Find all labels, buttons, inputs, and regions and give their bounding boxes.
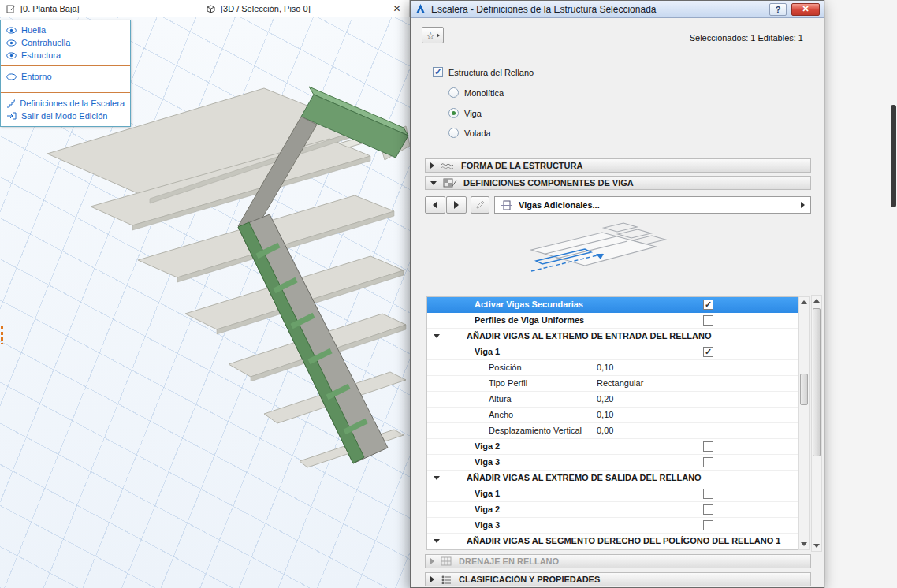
beam-table-row[interactable]: Desplazamiento Vertical0,00	[427, 423, 798, 439]
cube-icon	[206, 4, 216, 14]
collapsed-arrow-icon[interactable]	[430, 162, 434, 169]
group-label: AÑADIR VIGAS AL EXTREMO DE SALIDA DEL RE…	[467, 473, 702, 482]
floor-plan-icon	[6, 4, 16, 13]
edit-panel-item-huella[interactable]: Huella	[1, 24, 130, 36]
row-label: Viga 2	[475, 504, 500, 514]
collapsed-arrow-icon[interactable]	[430, 576, 434, 582]
beam-table-group-row[interactable]: AÑADIR VIGAS AL EXTREMO DE ENTRADA DEL R…	[427, 329, 798, 344]
radio-selected-icon[interactable]	[448, 108, 459, 118]
beam-table-row[interactable]: Viga 2	[427, 439, 798, 455]
beam-table-row[interactable]: Viga 3	[427, 455, 798, 471]
eye-icon[interactable]	[6, 52, 17, 59]
row-checkbox[interactable]	[703, 520, 713, 530]
radio-viga[interactable]: Viga	[448, 108, 482, 118]
beam-table-row[interactable]: Viga 2	[427, 502, 798, 518]
scroll-up-icon[interactable]	[813, 299, 820, 303]
beam-table-row[interactable]: Activar Vigas Secundarias✓	[427, 297, 798, 313]
collapsed-arrow-icon	[430, 558, 434, 564]
tab-close-icon[interactable]	[391, 3, 403, 15]
scrollbar-thumb[interactable]	[800, 374, 808, 405]
scroll-down-icon[interactable]	[813, 544, 820, 548]
edit-beam-button[interactable]	[471, 196, 489, 214]
radio-volada[interactable]: Volada	[448, 128, 491, 138]
tab-label: [3D / Selección, Piso 0]	[221, 4, 311, 13]
radio-monolitica[interactable]: Monolítica	[448, 87, 504, 98]
tab-label: [0. Planta Baja]	[20, 4, 80, 13]
eye-icon[interactable]	[6, 39, 17, 47]
expanded-arrow-icon[interactable]	[434, 476, 440, 480]
close-button[interactable]	[791, 3, 820, 16]
row-label: Desplazamiento Vertical	[489, 426, 582, 435]
radio-label: Volada	[464, 128, 491, 138]
scroll-up-icon[interactable]	[801, 300, 807, 304]
beam-table-row[interactable]: Viga 1	[427, 486, 798, 502]
group-label: AÑADIR VIGAS AL EXTREMO DE ENTRADA DEL R…	[467, 331, 711, 341]
row-checkbox[interactable]	[703, 489, 713, 499]
beam-table-row[interactable]: Tipo PerfilRectangular	[427, 376, 798, 392]
row-value[interactable]: 0,10	[597, 363, 613, 372]
scrollbar-thumb[interactable]	[813, 308, 821, 456]
beam-table-row[interactable]: Ancho0,10	[427, 408, 798, 423]
prev-beam-button[interactable]	[425, 196, 445, 214]
eye-icon[interactable]	[6, 27, 17, 34]
radio-icon[interactable]	[448, 87, 459, 98]
combo-label: Vigas Adicionales...	[519, 200, 600, 210]
dialog-title: Escalera - Definiciones de la Estructura…	[431, 4, 765, 15]
archicad-icon	[415, 3, 426, 15]
edit-panel-item-definiciones[interactable]: Definiciones de la Escalera	[1, 97, 130, 110]
section-componentes-viga[interactable]: DEFINICIONES COMPONENTES DE VIGA	[425, 176, 811, 190]
eye-outline-icon[interactable]	[6, 73, 17, 80]
beam-table-row[interactable]: Altura0,20	[427, 392, 798, 408]
expanded-arrow-icon[interactable]	[434, 539, 440, 543]
row-label: Viga 2	[475, 441, 500, 451]
row-value[interactable]: Rectangular	[597, 378, 643, 388]
scroll-down-icon[interactable]	[801, 542, 807, 546]
beam-selector-combo[interactable]: Vigas Adicionales...	[494, 196, 811, 214]
expanded-arrow-icon[interactable]	[430, 181, 437, 185]
row-label: Activar Vigas Secundarias	[475, 300, 583, 309]
row-label: Tipo Perfil	[489, 378, 527, 388]
table-scrollbar[interactable]	[798, 296, 810, 550]
panel-scrollbar[interactable]	[811, 295, 822, 552]
row-label: Ancho	[489, 410, 513, 419]
dialog-titlebar[interactable]: Escalera - Definiciones de la Estructura…	[411, 1, 824, 18]
radio-icon[interactable]	[448, 128, 459, 138]
section-clasificacion[interactable]: CLASIFICACIÓN Y PROPIEDADES	[425, 572, 811, 586]
row-label: Viga 3	[475, 520, 500, 530]
favorites-button[interactable]	[422, 27, 444, 43]
beam-table-row[interactable]: Perfiles de Viga Uniformes	[427, 313, 798, 329]
star-icon	[426, 28, 435, 43]
row-label: Viga 1	[475, 489, 500, 498]
window-scrollbar-thumb[interactable]	[891, 105, 896, 207]
beam-table-row[interactable]: Viga 3	[427, 518, 798, 534]
beam-table-group-row[interactable]: AÑADIR VIGAS AL SEGMENTO DERECHO DEL POL…	[427, 534, 798, 549]
next-beam-button[interactable]	[446, 196, 467, 214]
row-checkbox[interactable]	[703, 457, 713, 467]
edit-panel-item-contrahuella[interactable]: Contrahuella	[1, 36, 130, 49]
section-forma-estructura[interactable]: FORMA DE LA ESTRUCTURA	[425, 158, 811, 173]
section-label: FORMA DE LA ESTRUCTURA	[461, 161, 582, 170]
expand-arrow-icon[interactable]	[801, 202, 805, 208]
edit-panel-item-salir[interactable]: Salir del Modo Edición	[1, 110, 130, 122]
help-button[interactable]	[769, 3, 787, 16]
edit-panel-item-estructura[interactable]: Estructura	[1, 49, 130, 61]
tab-3d-view[interactable]: [3D / Selección, Piso 0]	[199, 0, 410, 17]
exit-edit-mode-icon	[6, 112, 17, 120]
edit-panel-item-entorno[interactable]: Entorno	[1, 70, 130, 83]
beam-table-row[interactable]: Posición0,10	[427, 360, 798, 376]
tab-floor-plan[interactable]: [0. Planta Baja]	[0, 0, 199, 17]
beam-table-group-row[interactable]: AÑADIR VIGAS AL EXTREMO DE SALIDA DEL RE…	[427, 471, 798, 486]
row-checkbox[interactable]	[703, 441, 713, 452]
row-checkbox[interactable]	[703, 315, 713, 326]
expanded-arrow-icon[interactable]	[434, 334, 440, 338]
stair-edit-mode-panel: Huella Contrahuella Estructura Entorno	[0, 20, 131, 127]
row-checkbox[interactable]: ✓	[703, 347, 713, 357]
row-value[interactable]: 0,00	[597, 426, 613, 435]
landing-structure-checkbox[interactable]	[433, 67, 443, 77]
beam-table-row[interactable]: Viga 1✓	[427, 344, 798, 360]
row-value[interactable]: 0,10	[597, 410, 613, 419]
section-label: DRENAJE EN RELLANO	[459, 556, 559, 566]
row-checkbox[interactable]: ✓	[703, 300, 713, 310]
row-checkbox[interactable]	[703, 504, 713, 515]
row-value[interactable]: 0,20	[597, 394, 613, 404]
